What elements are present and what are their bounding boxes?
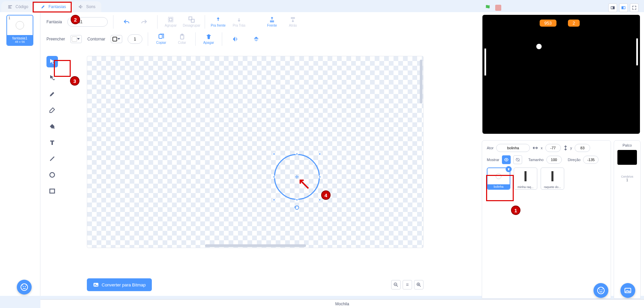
show-label: Mostrar (487, 158, 499, 162)
rect-tool[interactable] (46, 185, 58, 197)
back-button[interactable]: Atrás (285, 16, 301, 27)
svg-rect-1 (8, 6, 10, 7)
flip-h-button[interactable] (228, 36, 243, 42)
svg-rect-0 (8, 5, 12, 6)
costume-list: 1 fantasia1 48 x 56 (0, 12, 40, 296)
svg-rect-8 (159, 34, 162, 38)
size-label: Tamanho (528, 158, 543, 162)
selection-box[interactable]: ✛ (274, 154, 320, 200)
green-flag-button[interactable] (484, 4, 492, 11)
annotation-callout-2: 2 (71, 15, 80, 24)
bitmap-icon (93, 282, 99, 288)
paste-button[interactable]: Colar (174, 33, 190, 44)
add-backdrop-fab[interactable] (620, 283, 635, 298)
code-icon (7, 4, 13, 9)
brush-tool[interactable] (46, 88, 58, 100)
delete-sprite-button[interactable] (506, 166, 512, 172)
stage-ball (536, 44, 542, 49)
add-costume-fab[interactable] (17, 280, 32, 295)
svg-point-30 (600, 289, 601, 290)
rotate-handle[interactable] (294, 205, 300, 212)
svg-rect-5 (169, 18, 172, 21)
stage-title: Palco (614, 143, 640, 147)
outline-width-input[interactable] (128, 34, 142, 44)
annotation-box-sprite (486, 175, 514, 201)
fill-tool[interactable] (46, 121, 58, 132)
paint-canvas[interactable]: ✛ (87, 56, 423, 248)
x-input[interactable] (545, 144, 561, 152)
svg-point-12 (50, 173, 55, 177)
convert-bitmap-button[interactable]: Converter para Bitmap (87, 278, 152, 291)
tab-code[interactable]: Código (1, 1, 34, 12)
small-stage-button[interactable] (608, 3, 617, 12)
ungroup-button[interactable]: Desagrupar (184, 16, 199, 27)
canvas-hscroll[interactable] (205, 244, 306, 247)
stage[interactable]: 953 2 (482, 15, 640, 134)
backward-button[interactable]: Pra Trás (231, 16, 247, 27)
dir-label: Direção (568, 158, 581, 162)
stage-backdrop-thumb[interactable] (617, 150, 637, 165)
costume-thumb[interactable]: 1 fantasia1 48 x 56 (6, 15, 33, 46)
show-button[interactable] (502, 155, 511, 164)
fullscreen-button[interactable] (630, 3, 639, 12)
undo-button[interactable] (119, 19, 134, 25)
stage-column: Palco Cenários 1 (614, 140, 641, 299)
y-label: y (570, 146, 572, 150)
costume-dim: 48 x 56 (7, 40, 33, 43)
tab-sounds[interactable]: Sons (72, 1, 101, 12)
fill-color-picker[interactable] (70, 35, 82, 43)
forward-button[interactable]: Pra frente (210, 16, 226, 27)
annotation-callout-4: 4 (321, 190, 331, 200)
zoom-in-button[interactable] (414, 280, 423, 289)
annotation-callout-1: 1 (511, 206, 520, 215)
costume-name: fantasia1 (12, 36, 28, 40)
fill-label: Preencher (46, 37, 65, 41)
canvas-vscroll[interactable] (420, 60, 422, 103)
backdrops-count: 1 (614, 178, 640, 182)
actor-name-input[interactable] (496, 144, 530, 152)
xy-icon (533, 146, 538, 150)
zoom-reset-button[interactable]: = (403, 280, 412, 289)
copy-button[interactable]: Copiar (154, 33, 169, 44)
svg-point-28 (25, 286, 26, 287)
actor-label: Ator (487, 146, 494, 150)
svg-rect-2 (8, 8, 11, 8)
stage-paddle-left (484, 49, 486, 75)
sprite-thumb-raquete1[interactable]: minha raq... (514, 167, 537, 190)
svg-point-31 (602, 289, 603, 290)
line-tool[interactable] (46, 153, 58, 164)
svg-point-22 (506, 159, 507, 160)
score-left: 953 (540, 20, 556, 27)
backpack-bar[interactable]: Mochila (40, 299, 644, 308)
size-input[interactable] (546, 156, 562, 164)
flip-v-button[interactable] (248, 36, 264, 42)
text-tool[interactable] (46, 137, 58, 148)
svg-rect-21 (622, 7, 623, 9)
add-sprite-fab[interactable] (594, 283, 608, 298)
stop-button[interactable] (495, 5, 501, 11)
x-label: x (541, 146, 543, 150)
sprite-thumb-raquete2[interactable]: raquete do... (541, 167, 564, 190)
group-button[interactable]: Agrupar (163, 16, 178, 27)
large-stage-button[interactable] (619, 3, 628, 12)
delete-button[interactable]: Apagar (201, 33, 216, 44)
svg-point-11 (53, 79, 55, 80)
outline-color-picker[interactable] (111, 35, 122, 43)
backdrops-label: Cenários (614, 175, 640, 178)
redo-button[interactable] (136, 19, 152, 25)
sound-icon (78, 4, 83, 9)
y-input[interactable] (575, 144, 590, 152)
zoom-out-button[interactable] (391, 280, 401, 289)
costume-index: 1 (8, 16, 10, 20)
dir-input[interactable] (583, 156, 599, 164)
svg-point-3 (16, 21, 24, 29)
annotation-box-tab (33, 2, 72, 12)
annotation-box-tool (54, 60, 71, 77)
hide-button[interactable] (513, 155, 522, 164)
svg-point-26 (21, 284, 28, 290)
front-button[interactable]: Frente (264, 16, 280, 27)
svg-rect-19 (613, 7, 614, 9)
circle-tool[interactable] (46, 169, 58, 181)
eraser-tool[interactable] (46, 104, 58, 116)
svg-rect-13 (50, 189, 55, 193)
